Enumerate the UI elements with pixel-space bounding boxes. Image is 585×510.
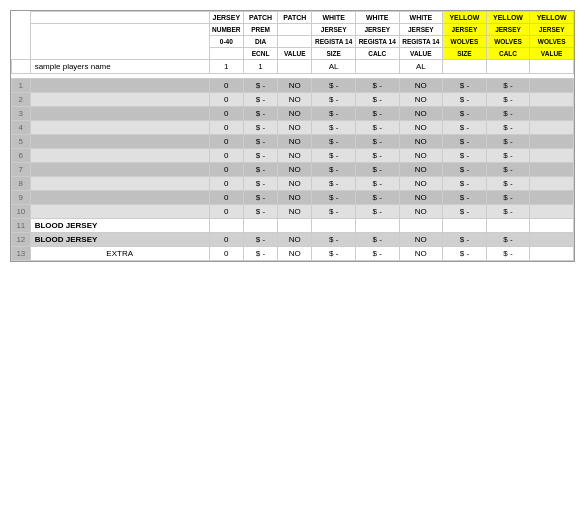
extra-label[interactable]: EXTRA	[30, 247, 209, 261]
dr1-p1[interactable]: $ -	[243, 79, 277, 93]
sample-player-name[interactable]: sample players name	[30, 60, 209, 74]
dr10-p8[interactable]	[530, 205, 574, 219]
dr2-p5[interactable]: NO	[399, 93, 443, 107]
bj2-p2[interactable]: NO	[278, 233, 312, 247]
dr6-p2[interactable]: NO	[278, 149, 312, 163]
dr1-p2[interactable]: NO	[278, 79, 312, 93]
dr5-p7[interactable]: $ -	[486, 135, 530, 149]
sample-yellow2[interactable]	[486, 60, 530, 74]
dr7-p7[interactable]: $ -	[486, 163, 530, 177]
dr7-p2[interactable]: NO	[278, 163, 312, 177]
dr5-name[interactable]	[30, 135, 209, 149]
dr4-p3[interactable]: $ -	[312, 121, 356, 135]
dr8-p5[interactable]: NO	[399, 177, 443, 191]
dr2-name[interactable]	[30, 93, 209, 107]
dr2-num[interactable]: 0	[209, 93, 243, 107]
extra-p7[interactable]: $ -	[486, 247, 530, 261]
dr6-p6[interactable]: $ -	[443, 149, 487, 163]
dr8-p7[interactable]: $ -	[486, 177, 530, 191]
bj1-p3[interactable]	[312, 219, 356, 233]
dr6-p4[interactable]: $ -	[355, 149, 399, 163]
dr8-p2[interactable]: NO	[278, 177, 312, 191]
bj2-p3[interactable]: $ -	[312, 233, 356, 247]
dr4-p6[interactable]: $ -	[443, 121, 487, 135]
dr5-p3[interactable]: $ -	[312, 135, 356, 149]
dr9-p5[interactable]: NO	[399, 191, 443, 205]
bj1-p2[interactable]	[278, 219, 312, 233]
dr2-p6[interactable]: $ -	[443, 93, 487, 107]
dr2-p8[interactable]	[530, 93, 574, 107]
dr2-p4[interactable]: $ -	[355, 93, 399, 107]
dr9-p7[interactable]: $ -	[486, 191, 530, 205]
dr1-p8[interactable]	[530, 79, 574, 93]
bj2-p4[interactable]: $ -	[355, 233, 399, 247]
bj2-p7[interactable]: $ -	[486, 233, 530, 247]
dr1-num[interactable]: 0	[209, 79, 243, 93]
dr3-p3[interactable]: $ -	[312, 107, 356, 121]
dr1-name[interactable]	[30, 79, 209, 93]
dr4-p2[interactable]: NO	[278, 121, 312, 135]
extra-p3[interactable]: $ -	[312, 247, 356, 261]
dr3-p5[interactable]: NO	[399, 107, 443, 121]
dr7-p5[interactable]: NO	[399, 163, 443, 177]
dr10-p4[interactable]: $ -	[355, 205, 399, 219]
sample-white2[interactable]	[355, 60, 399, 74]
dr2-p2[interactable]: NO	[278, 93, 312, 107]
dr4-p7[interactable]: $ -	[486, 121, 530, 135]
dr3-num[interactable]: 0	[209, 107, 243, 121]
dr2-p1[interactable]: $ -	[243, 93, 277, 107]
dr6-name[interactable]	[30, 149, 209, 163]
dr8-p1[interactable]: $ -	[243, 177, 277, 191]
dr8-p6[interactable]: $ -	[443, 177, 487, 191]
sample-white1[interactable]: AL	[312, 60, 356, 74]
dr4-p1[interactable]: $ -	[243, 121, 277, 135]
dr8-p8[interactable]	[530, 177, 574, 191]
blood-jersey-label-2[interactable]: BLOOD JERSEY	[30, 233, 209, 247]
dr2-p7[interactable]: $ -	[486, 93, 530, 107]
extra-p2[interactable]: NO	[278, 247, 312, 261]
dr1-p7[interactable]: $ -	[486, 79, 530, 93]
dr1-p6[interactable]: $ -	[443, 79, 487, 93]
dr5-p2[interactable]: NO	[278, 135, 312, 149]
bj1-p1[interactable]	[243, 219, 277, 233]
bj2-p1[interactable]: $ -	[243, 233, 277, 247]
dr8-p4[interactable]: $ -	[355, 177, 399, 191]
bj1-p4[interactable]	[355, 219, 399, 233]
dr9-p4[interactable]: $ -	[355, 191, 399, 205]
bj2-p6[interactable]: $ -	[443, 233, 487, 247]
dr9-num[interactable]: 0	[209, 191, 243, 205]
extra-p6[interactable]: $ -	[443, 247, 487, 261]
dr1-p4[interactable]: $ -	[355, 79, 399, 93]
bj1-p5[interactable]	[399, 219, 443, 233]
dr5-p1[interactable]: $ -	[243, 135, 277, 149]
dr7-num[interactable]: 0	[209, 163, 243, 177]
dr6-num[interactable]: 0	[209, 149, 243, 163]
sample-patch1[interactable]: 1	[243, 60, 277, 74]
dr4-p4[interactable]: $ -	[355, 121, 399, 135]
dr10-p1[interactable]: $ -	[243, 205, 277, 219]
dr3-p2[interactable]: NO	[278, 107, 312, 121]
dr7-p8[interactable]	[530, 163, 574, 177]
dr2-p3[interactable]: $ -	[312, 93, 356, 107]
dr3-p1[interactable]: $ -	[243, 107, 277, 121]
bj2-num[interactable]: 0	[209, 233, 243, 247]
dr5-num[interactable]: 0	[209, 135, 243, 149]
dr5-p5[interactable]: NO	[399, 135, 443, 149]
dr8-num[interactable]: 0	[209, 177, 243, 191]
sample-yellow3[interactable]	[530, 60, 574, 74]
bj2-p5[interactable]: NO	[399, 233, 443, 247]
dr10-num[interactable]: 0	[209, 205, 243, 219]
extra-p4[interactable]: $ -	[355, 247, 399, 261]
dr5-p6[interactable]: $ -	[443, 135, 487, 149]
dr10-p7[interactable]: $ -	[486, 205, 530, 219]
bj2-p8[interactable]	[530, 233, 574, 247]
dr9-p6[interactable]: $ -	[443, 191, 487, 205]
dr3-p4[interactable]: $ -	[355, 107, 399, 121]
bj1-p8[interactable]	[530, 219, 574, 233]
dr4-p5[interactable]: NO	[399, 121, 443, 135]
dr9-p2[interactable]: NO	[278, 191, 312, 205]
dr5-p8[interactable]	[530, 135, 574, 149]
dr5-p4[interactable]: $ -	[355, 135, 399, 149]
dr3-p8[interactable]	[530, 107, 574, 121]
dr6-p8[interactable]	[530, 149, 574, 163]
